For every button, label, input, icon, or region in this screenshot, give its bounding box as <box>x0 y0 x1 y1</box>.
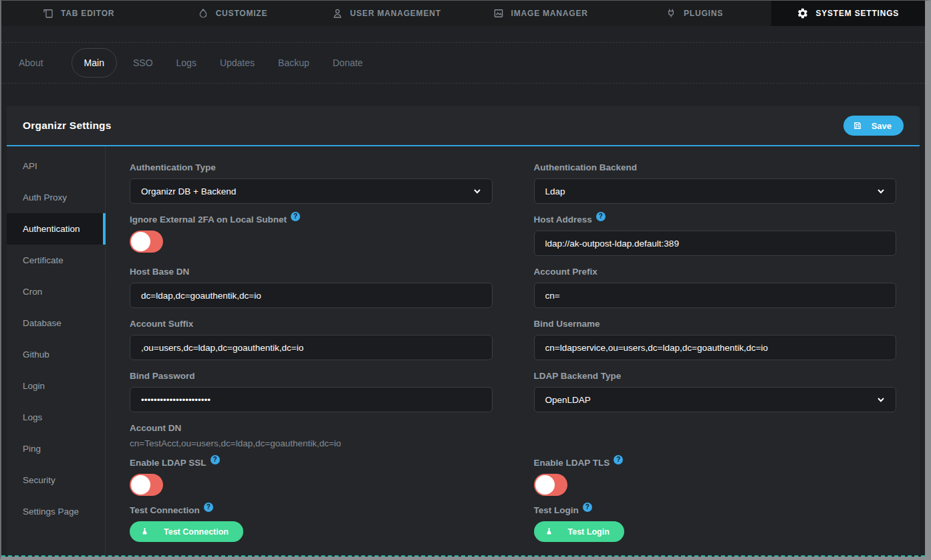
nav-label: USER MANAGEMENT <box>350 9 441 18</box>
help-icon[interactable]: ? <box>614 455 623 464</box>
authentication-backend-select[interactable]: Ldap <box>534 178 897 204</box>
help-icon[interactable]: ? <box>583 503 592 512</box>
chevron-down-icon <box>877 187 885 195</box>
nav-label: IMAGE MANAGER <box>511 9 588 18</box>
authentication-form: Authentication Type Organizr DB + Backen… <box>106 146 920 555</box>
customize-icon <box>197 7 209 19</box>
button-label: Test Connection <box>164 527 229 537</box>
sidebar-item-security[interactable]: Security <box>7 464 105 496</box>
image-icon <box>493 7 505 19</box>
nav-tab-editor[interactable]: TAB EDITOR <box>1 1 155 26</box>
bottom-dashed-divider <box>1 555 925 557</box>
sidebar-item-github[interactable]: Github <box>7 339 105 370</box>
organizr-window: TAB EDITOR CUSTOMIZE USER MANAGEMENT IMA… <box>0 0 931 560</box>
floppy-icon <box>853 121 862 130</box>
panel-body: API Auth Proxy Authentication Certificat… <box>7 146 920 555</box>
top-nav: TAB EDITOR CUSTOMIZE USER MANAGEMENT IMA… <box>1 1 925 26</box>
gear-icon <box>797 7 809 19</box>
help-icon[interactable]: ? <box>596 212 606 221</box>
test-login-button[interactable]: Test Login <box>534 521 624 542</box>
bind-password-label: Bind Password <box>130 371 493 381</box>
nav-label: PLUGINS <box>684 9 723 18</box>
nav-system-settings[interactable]: SYSTEM SETTINGS <box>771 1 925 26</box>
spacer <box>1 26 925 42</box>
authentication-type-label: Authentication Type <box>130 162 493 172</box>
nav-label: TAB EDITOR <box>61 9 114 18</box>
bind-username-label: Bind Username <box>534 319 897 329</box>
tab-about[interactable]: About <box>17 55 45 71</box>
settings-panel: Organizr Settings Save API Auth Proxy Au… <box>7 106 920 555</box>
account-prefix-input[interactable] <box>534 283 897 308</box>
tab-updates[interactable]: Updates <box>219 55 256 71</box>
ignore-2fa-label: Ignore External 2FA on Local Subnet ? <box>130 215 493 225</box>
account-suffix-label: Account Suffix <box>130 319 493 329</box>
tab-donate[interactable]: Donate <box>331 55 364 71</box>
enable-ldap-tls-toggle[interactable] <box>534 474 567 496</box>
tab-main[interactable]: Main <box>72 48 117 78</box>
sidebar-item-auth-proxy[interactable]: Auth Proxy <box>7 182 105 213</box>
host-address-input[interactable] <box>534 231 897 256</box>
ldap-backend-type-select[interactable]: OpenLDAP <box>534 387 897 412</box>
sidebar-item-authentication[interactable]: Authentication <box>7 213 106 245</box>
sidebar-item-ping[interactable]: Ping <box>7 433 105 464</box>
plug-icon <box>665 7 677 19</box>
host-address-label: Host Address ? <box>534 215 897 225</box>
nav-customize[interactable]: CUSTOMIZE <box>155 1 309 26</box>
tab-sso[interactable]: SSO <box>132 55 154 71</box>
settings-tabs: About Main SSO Logs Updates Backup Donat… <box>1 42 925 84</box>
tab-backup[interactable]: Backup <box>277 55 311 71</box>
button-label: Test Login <box>568 527 610 537</box>
enable-ldap-tls-label: Enable LDAP TLS ? <box>534 458 897 468</box>
enable-ldap-ssl-label: Enable LDAP SSL ? <box>130 458 493 468</box>
selected-value: OpenLDAP <box>545 395 591 405</box>
sidebar-item-api[interactable]: API <box>7 150 105 182</box>
bind-username-input[interactable] <box>534 335 897 360</box>
nav-label: SYSTEM SETTINGS <box>815 9 899 18</box>
enable-ldap-ssl-toggle[interactable] <box>130 474 163 496</box>
sidebar-item-database[interactable]: Database <box>7 307 105 339</box>
test-connection-button[interactable]: Test Connection <box>130 521 243 542</box>
selected-value: Organizr DB + Backend <box>141 186 236 196</box>
chevron-down-icon <box>473 187 481 195</box>
sidebar-item-logs[interactable]: Logs <box>7 402 105 433</box>
bind-password-input[interactable] <box>130 387 493 412</box>
page-title: Organizr Settings <box>23 120 112 132</box>
user-icon <box>331 7 344 19</box>
selected-value: Ldap <box>545 186 565 196</box>
account-suffix-input[interactable] <box>130 335 493 360</box>
test-login-label: Test Login ? <box>534 505 897 515</box>
toggle-knob <box>535 475 555 495</box>
toggle-knob <box>131 475 150 495</box>
help-icon[interactable]: ? <box>204 503 213 512</box>
nav-user-management[interactable]: USER MANAGEMENT <box>309 1 463 26</box>
sidebar-item-certificate[interactable]: Certificate <box>7 245 105 276</box>
panel-header: Organizr Settings Save <box>7 106 920 146</box>
host-base-dn-input[interactable] <box>130 283 493 308</box>
help-icon[interactable]: ? <box>211 455 220 464</box>
help-icon[interactable]: ? <box>291 212 300 221</box>
flask-icon <box>140 527 149 537</box>
sidebar-item-cron[interactable]: Cron <box>7 276 105 307</box>
account-dn-label: Account DN <box>130 423 493 433</box>
nav-plugins[interactable]: PLUGINS <box>617 1 771 26</box>
sidebar-item-settings-page[interactable]: Settings Page <box>7 496 105 527</box>
sidebar-item-login[interactable]: Login <box>7 370 105 402</box>
account-prefix-label: Account Prefix <box>534 267 897 277</box>
nav-label: CUSTOMIZE <box>216 9 268 18</box>
host-base-dn-label: Host Base DN <box>130 267 493 277</box>
account-dn-value: cn=TestAcct,ou=users,dc=ldap,dc=goauthen… <box>130 438 493 448</box>
tab-editor-icon <box>42 7 54 19</box>
test-connection-label: Test Connection ? <box>130 505 493 515</box>
authentication-type-select[interactable]: Organizr DB + Backend <box>130 178 493 204</box>
chevron-down-icon <box>877 396 885 404</box>
ldap-backend-type-label: LDAP Backend Type <box>534 371 897 381</box>
ignore-2fa-toggle[interactable] <box>130 231 163 253</box>
toggle-knob <box>131 232 150 251</box>
nav-image-manager[interactable]: IMAGE MANAGER <box>463 1 617 26</box>
authentication-backend-label: Authentication Backend <box>534 162 897 172</box>
tab-logs[interactable]: Logs <box>175 55 198 71</box>
save-label: Save <box>872 121 892 131</box>
flask-icon <box>545 527 553 537</box>
save-button[interactable]: Save <box>843 116 904 136</box>
settings-sidebar: API Auth Proxy Authentication Certificat… <box>7 146 106 555</box>
